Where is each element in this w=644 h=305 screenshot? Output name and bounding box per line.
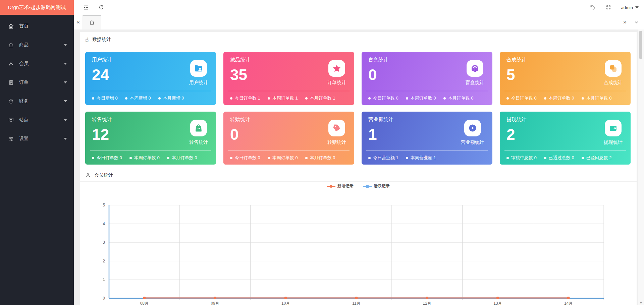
- card-stat-item: 本周订单数 1: [268, 95, 298, 101]
- card-stat-item: 已通过总数 0: [544, 155, 574, 161]
- fullscreen-icon[interactable]: [606, 5, 611, 10]
- card-icon-label: 转赠统计: [327, 139, 346, 145]
- tabs-scroll-left-icon[interactable]: «: [74, 15, 83, 29]
- topbar: admin: [74, 0, 644, 15]
- card-stats-row: 今日订单数 0本周订单数 0本月订单数 0: [230, 155, 351, 161]
- card-stat-item: 本周订单数 0: [544, 95, 574, 101]
- stat-card-revenue[interactable]: 营业额统计 1 营业额统计 今日营业额 1本周营业额 1: [362, 112, 492, 165]
- tabs-scroll-right-icon[interactable]: »: [622, 19, 628, 25]
- tabbar: « »: [74, 15, 644, 30]
- username: admin: [621, 5, 633, 10]
- stat-card-blindbox[interactable]: 盲盒统计 0 盲盒统计 今日订单数 0本周订单数 0本月订单数 0: [362, 52, 492, 105]
- sidebar-item-settings[interactable]: 设置: [0, 129, 74, 148]
- sidebar-item-home[interactable]: 首页: [0, 17, 74, 36]
- blind-box-cube-icon: [467, 60, 483, 77]
- finance-icon: [8, 98, 14, 104]
- bullet-dot-icon: [406, 97, 408, 100]
- sidebar-item-site[interactable]: 站点: [0, 111, 74, 129]
- section-header-data-stats: ☝ 数据统计: [80, 32, 637, 47]
- sidebar-item-finance[interactable]: 财务: [0, 92, 74, 111]
- sidebar-item-orders[interactable]: 订单: [0, 73, 74, 92]
- order-icon: [8, 79, 14, 85]
- card-divider: [228, 150, 350, 151]
- chevron-down-icon: [64, 63, 67, 65]
- stat-card-gift[interactable]: 转赠统计 0 转赠统计 今日订单数 0本周订单数 0本月订单数 0: [223, 112, 354, 165]
- sidebar-item-goods[interactable]: 商品: [0, 36, 74, 54]
- card-stat-item: 今日新增 0: [92, 95, 118, 101]
- hand-pointer-icon: ☝: [85, 36, 89, 43]
- tab-home[interactable]: [83, 15, 101, 29]
- chevron-down-icon: [64, 119, 67, 121]
- card-stats-row: 今日新增 0本周新增 0本月新增 0: [92, 95, 213, 101]
- bullet-dot-icon: [158, 97, 161, 100]
- users-folder-icon: [190, 60, 207, 77]
- gift-tag-icon: [328, 120, 345, 136]
- tag-icon[interactable]: [590, 5, 596, 10]
- stat-card-synthesis[interactable]: 合成统计 5 合成统计 今日订单数 0本周订单数 0本月订单数 0: [500, 52, 631, 105]
- bullet-dot-icon: [305, 157, 308, 159]
- card-stat-item: 本周订单数 0: [406, 95, 436, 101]
- resale-bag-icon: [190, 120, 207, 136]
- card-stat-item: 今日订单数 0: [368, 95, 398, 101]
- card-stat-item: 今日订单数 0: [506, 95, 537, 101]
- user-menu[interactable]: admin: [621, 5, 639, 10]
- vertical-scrollbar[interactable]: ▼: [638, 29, 644, 305]
- svg-text:12月: 12月: [423, 301, 431, 305]
- stat-card-users[interactable]: 用户统计 24 用户统计 今日新增 0本周新增 0本月新增 0: [85, 52, 216, 105]
- bullet-dot-icon: [305, 97, 308, 100]
- chevron-down-icon: [64, 100, 67, 102]
- bullet-dot-icon: [368, 157, 371, 159]
- card-icon-label: 转售统计: [189, 139, 208, 145]
- chevron-down-icon: [64, 44, 67, 46]
- refresh-icon[interactable]: [98, 4, 105, 11]
- bullet-dot-icon: [268, 97, 270, 100]
- bullet-dot-icon: [167, 157, 169, 159]
- bullet-dot-icon: [544, 157, 546, 159]
- user-icon: [8, 61, 14, 67]
- svg-text:1: 1: [103, 277, 105, 282]
- bullet-dot-icon: [406, 157, 408, 159]
- bullet-dot-icon: [443, 97, 446, 100]
- stat-card-resale[interactable]: 转售统计 12 转售统计 今日订单数 0本周订单数 0本月订单数 0: [85, 112, 216, 165]
- card-stat-item: 今日订单数 1: [230, 95, 260, 101]
- stat-card-collections[interactable]: 藏品统计 35 订单统计 今日订单数 1本周订单数 1本月订单数 1: [223, 52, 354, 105]
- svg-text:3: 3: [103, 240, 105, 245]
- stat-card-withdraw[interactable]: 提现统计 2 提现统计 审核中总数 0已通过总数 0已驳回总数 2: [500, 112, 631, 165]
- card-icon-label: 营业额统计: [461, 139, 484, 145]
- collapse-sidebar-icon[interactable]: [83, 4, 89, 11]
- bullet-dot-icon: [368, 97, 371, 100]
- svg-text:11月: 11月: [352, 301, 360, 305]
- sidebar-menu: 首页 商品 会员 订单 财务 站点 设置: [0, 15, 74, 148]
- card-stat-item: 本周订单数 0: [129, 155, 160, 161]
- sidebar-item-label: 财务: [19, 98, 29, 104]
- bullet-dot-icon: [268, 157, 270, 159]
- bullet-dot-icon: [544, 97, 546, 100]
- card-stat-item: 本月新增 0: [158, 95, 184, 101]
- settings-icon: [8, 136, 14, 142]
- scrollbar-down-arrow[interactable]: ▼: [638, 301, 644, 304]
- svg-text:0: 0: [103, 296, 105, 301]
- home-tab-icon: [89, 20, 95, 25]
- revenue-coin-icon: [464, 120, 481, 136]
- card-icon-label: 订单统计: [327, 80, 346, 86]
- card-stat-item: 审核中总数 0: [506, 155, 537, 161]
- member-icon: [85, 173, 91, 178]
- chevron-down-icon: [64, 138, 67, 140]
- card-stats-row: 今日订单数 0本周订单数 0本月订单数 0: [368, 95, 489, 101]
- card-stat-item: 今日营业额 1: [368, 155, 398, 161]
- card-stat-item: 已驳回总数 2: [582, 155, 612, 161]
- scrollbar-thumb[interactable]: [639, 31, 642, 59]
- tabbar-right-controls: »: [617, 15, 644, 29]
- sidebar-item-label: 设置: [19, 136, 29, 142]
- card-divider: [366, 150, 488, 151]
- caret-down-icon: [635, 6, 639, 8]
- bullet-dot-icon: [582, 97, 584, 100]
- star-icon: [328, 60, 345, 77]
- chevron-down-icon: [64, 81, 67, 83]
- card-stat-item: 本月订单数 0: [167, 155, 197, 161]
- card-stat-item: 今日订单数 0: [230, 155, 260, 161]
- svg-text:5: 5: [103, 203, 105, 207]
- tabs-menu-icon[interactable]: [633, 20, 639, 24]
- card-stats-row: 今日订单数 0本周订单数 0本月订单数 0: [506, 95, 627, 101]
- sidebar-item-members[interactable]: 会员: [0, 54, 74, 73]
